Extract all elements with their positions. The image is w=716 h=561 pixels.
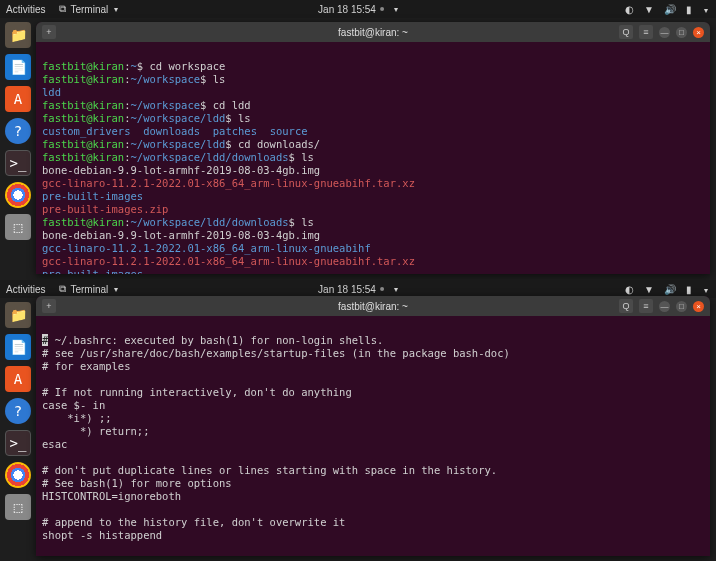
menu-button-2[interactable]: ≡ [639,299,653,313]
app-menu[interactable]: ⧉ Terminal [59,3,118,15]
terminal-window-2: + fastbit@kiran: ~ Q ≡ — □ × # ~/.bashrc… [36,296,710,556]
new-tab-button[interactable]: + [42,25,56,39]
system-menu[interactable] [702,4,708,15]
dock-chrome-2[interactable] [5,462,31,488]
app-label: Terminal [70,4,108,15]
datetime-text: Jan 18 15:54 [318,4,376,15]
maximize-button[interactable]: □ [676,27,687,38]
terminal-window-1: + fastbit@kiran: ~ Q ≡ — □ × fastbit@kir… [36,22,710,274]
minimize-button-2[interactable]: — [659,301,670,312]
notification-dot [380,7,384,11]
window-title-2: fastbit@kiran: ~ [338,301,408,312]
network-icon-2[interactable]: ▼ [644,284,654,295]
activities-button-2[interactable]: Activities [6,283,45,295]
a11y-icon[interactable]: ◐ [625,4,634,15]
system-menu-2[interactable] [702,284,708,295]
window-title: fastbit@kiran: ~ [338,27,408,38]
dock-terminal-2[interactable]: >_ [5,430,31,456]
battery-icon-2[interactable]: ▮ [686,284,692,295]
dock-writer[interactable]: 📄 [5,54,31,80]
terminal-output-2[interactable]: # ~/.bashrc: executed by bash(1) for non… [36,316,710,556]
dock-help-2[interactable]: ? [5,398,31,424]
search-button-2[interactable]: Q [619,299,633,313]
volume-icon[interactable]: 🔊 [664,4,676,15]
top-panel: Activities ⧉ Terminal Jan 18 15:54 ◐ ▼ 🔊… [0,0,716,18]
activities-button[interactable]: Activities [6,3,45,15]
volume-icon-2[interactable]: 🔊 [664,284,676,295]
titlebar[interactable]: + fastbit@kiran: ~ Q ≡ — □ × [36,22,710,42]
close-button[interactable]: × [693,27,704,38]
menu-button[interactable]: ≡ [639,25,653,39]
maximize-button-2[interactable]: □ [676,301,687,312]
network-icon[interactable]: ▼ [644,4,654,15]
close-button-2[interactable]: × [693,301,704,312]
dock-2: 📁 📄 A ? >_ ⬚ [0,298,36,561]
battery-icon[interactable]: ▮ [686,4,692,15]
dock-software[interactable]: A [5,86,31,112]
dock-files[interactable]: 📁 [5,22,31,48]
clock[interactable]: Jan 18 15:54 [318,4,398,15]
terminal-icon: ⧉ [59,3,66,15]
dock-chrome[interactable] [5,182,31,208]
dock-help[interactable]: ? [5,118,31,144]
dock-writer-2[interactable]: 📄 [5,334,31,360]
terminal-icon-2: ⧉ [59,283,66,295]
dock-app-2[interactable]: ⬚ [5,494,31,520]
titlebar-2[interactable]: + fastbit@kiran: ~ Q ≡ — □ × [36,296,710,316]
clock-2[interactable]: Jan 18 15:54 [318,284,398,295]
dock-terminal[interactable]: >_ [5,150,31,176]
app-menu-2[interactable]: ⧉ Terminal [59,283,118,295]
terminal-output-1[interactable]: fastbit@kiran:~$ cd workspace fastbit@ki… [36,42,710,274]
dock-files-2[interactable]: 📁 [5,302,31,328]
new-tab-button-2[interactable]: + [42,299,56,313]
minimize-button[interactable]: — [659,27,670,38]
search-button[interactable]: Q [619,25,633,39]
notification-dot-2 [380,287,384,291]
a11y-icon-2[interactable]: ◐ [625,284,634,295]
dock-software-2[interactable]: A [5,366,31,392]
dock-app[interactable]: ⬚ [5,214,31,240]
